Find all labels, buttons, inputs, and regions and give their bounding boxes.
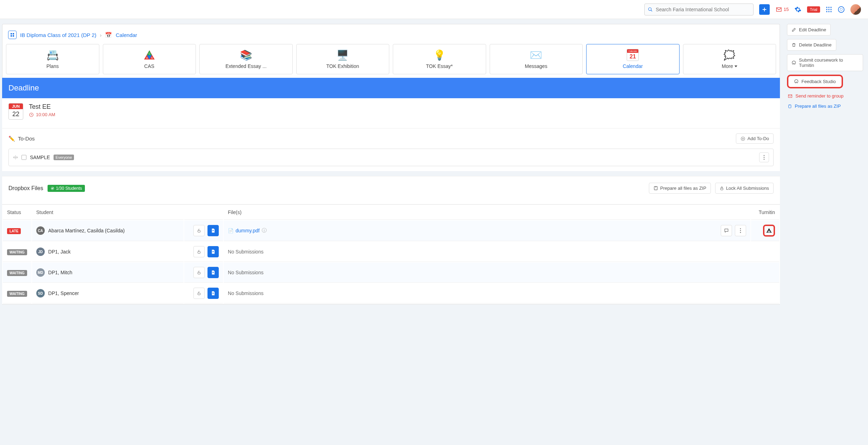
- lock-all-button[interactable]: Lock All Submissions: [715, 183, 774, 194]
- dropbox-heading: Dropbox Files: [8, 185, 43, 192]
- tab-row: 📇 Plans ASC CAS 📚 Extended Essay ... 🖥️ …: [6, 44, 776, 74]
- svg-point-0: [648, 7, 651, 10]
- user-avatar[interactable]: [850, 4, 861, 15]
- download-button[interactable]: [207, 246, 219, 257]
- student-avatar: MD: [36, 268, 45, 277]
- nav-card: IB Diploma Class of 2021 (DP 2) › 📅 Cale…: [2, 24, 780, 78]
- file-link[interactable]: 📄dummy.pdfⓘ: [228, 227, 267, 234]
- add-todo-button[interactable]: Add To-Do: [736, 133, 774, 144]
- svg-rect-9: [831, 9, 832, 10]
- svg-rect-34: [198, 231, 200, 232]
- download-button[interactable]: [207, 225, 219, 236]
- breadcrumb-class-link[interactable]: IB Diploma Class of 2021 (DP 2): [20, 32, 96, 38]
- search-input[interactable]: [644, 4, 754, 15]
- svg-text:C: C: [149, 52, 150, 55]
- trial-badge[interactable]: Trial: [807, 6, 820, 13]
- submit-turnitin-button[interactable]: Submit coursework to Turnitin: [787, 54, 863, 71]
- svg-rect-39: [769, 232, 769, 232]
- prepare-zip-link[interactable]: Prepare all files as ZIP: [787, 102, 863, 110]
- prepare-zip-button[interactable]: Prepare all files as ZIP: [649, 183, 711, 194]
- no-submissions-text: No Submissions: [228, 270, 264, 275]
- students-badge: 1/30 Students: [48, 185, 85, 192]
- search-box: [644, 4, 754, 15]
- send-icon: [788, 94, 793, 98]
- todo-checkbox[interactable]: [21, 155, 26, 160]
- breadcrumb: IB Diploma Class of 2021 (DP 2) › 📅 Cale…: [6, 28, 776, 44]
- date-month: JUN: [9, 104, 23, 109]
- tab-more[interactable]: 🗯️ More: [683, 44, 776, 74]
- student-avatar: SD: [36, 289, 45, 297]
- zip-icon: [653, 186, 658, 190]
- target-icon: [740, 136, 745, 141]
- student-name[interactable]: DP1, Mitch: [48, 270, 72, 275]
- svg-rect-33: [720, 188, 723, 190]
- help-icon[interactable]: [838, 6, 845, 13]
- comment-button[interactable]: [721, 225, 732, 236]
- svg-text:A: A: [146, 57, 148, 59]
- student-name[interactable]: Abarca Martínez, Casilda (Casilda): [48, 228, 125, 233]
- tab-plans[interactable]: 📇 Plans: [6, 44, 99, 74]
- add-button[interactable]: [759, 4, 770, 15]
- cas-icon: ASC: [144, 49, 155, 61]
- tab-messages[interactable]: ✉️ Messages: [490, 44, 583, 74]
- student-name[interactable]: DP1, Spencer: [48, 290, 79, 296]
- svg-point-37: [740, 232, 741, 233]
- tok-exhibition-icon: 🖥️: [336, 49, 349, 61]
- deadline-header: Deadline: [2, 78, 780, 98]
- todo-label[interactable]: SAMPLE: [30, 155, 50, 160]
- table-row: WAITING JDDP1, Jack No Submissions: [3, 242, 779, 262]
- download-button[interactable]: [207, 288, 219, 299]
- feedback-icon: [794, 79, 799, 84]
- svg-text:S: S: [151, 57, 153, 59]
- svg-rect-15: [11, 33, 12, 35]
- edit-icon: [792, 27, 796, 32]
- messages-icon: ✉️: [530, 49, 542, 61]
- unlock-button[interactable]: [193, 288, 205, 299]
- svg-point-35: [740, 228, 741, 229]
- svg-rect-5: [829, 7, 830, 8]
- tab-cas[interactable]: ASC CAS: [103, 44, 196, 74]
- tab-tok-exhibition[interactable]: 🖥️ TOK Exhibition: [296, 44, 390, 74]
- deadline-time: 10:00 AM: [29, 112, 55, 117]
- info-icon[interactable]: ⓘ: [262, 227, 267, 234]
- drag-handle-icon[interactable]: [13, 155, 18, 160]
- no-submissions-text: No Submissions: [228, 290, 264, 296]
- breadcrumb-page[interactable]: Calendar: [116, 32, 137, 38]
- search-icon: [648, 7, 653, 12]
- svg-rect-7: [826, 9, 827, 10]
- apps-icon[interactable]: [826, 6, 832, 13]
- delete-deadline-button[interactable]: Delete Deadline: [787, 39, 836, 51]
- tab-tok-essay[interactable]: 💡 TOK Essay*: [393, 44, 486, 74]
- ee-icon: 📚: [240, 49, 252, 61]
- lock-icon: [720, 186, 724, 190]
- svg-rect-16: [13, 33, 14, 35]
- unlock-button[interactable]: [193, 267, 205, 278]
- turnitin-warning-button[interactable]: [763, 225, 775, 237]
- todo-more-button[interactable]: [759, 152, 769, 162]
- col-files: File(s): [224, 205, 750, 220]
- clock-icon: [29, 112, 34, 117]
- table-row: LATE CAAbarca Martínez, Casilda (Casilda…: [3, 220, 779, 241]
- mail-count: 15: [784, 7, 789, 12]
- mail-button[interactable]: 15: [775, 7, 789, 12]
- todos-heading: ✏️To-Dos: [8, 136, 35, 142]
- unlock-button[interactable]: [193, 225, 205, 236]
- pdf-icon: 📄: [228, 228, 234, 233]
- tab-extended-essay[interactable]: 📚 Extended Essay ...: [199, 44, 293, 74]
- settings-icon[interactable]: [794, 6, 801, 13]
- edit-deadline-button[interactable]: Edit Deadline: [787, 24, 831, 36]
- calendar-icon: Calendar21: [627, 49, 639, 61]
- svg-line-1: [651, 10, 652, 11]
- col-student: Student: [32, 205, 184, 220]
- dashboard-icon[interactable]: [8, 31, 17, 39]
- col-status: Status: [3, 205, 31, 220]
- trash-icon: [792, 43, 796, 47]
- feedback-studio-button[interactable]: Feedback Studio: [787, 75, 843, 88]
- svg-point-27: [742, 138, 744, 139]
- unlock-button[interactable]: [193, 246, 205, 257]
- tab-calendar[interactable]: Calendar21 Calendar: [586, 44, 680, 74]
- download-button[interactable]: [207, 267, 219, 278]
- student-name[interactable]: DP1, Jack: [48, 249, 71, 255]
- send-reminder-link[interactable]: Send reminder to group: [787, 92, 863, 100]
- row-more-button[interactable]: [735, 225, 746, 236]
